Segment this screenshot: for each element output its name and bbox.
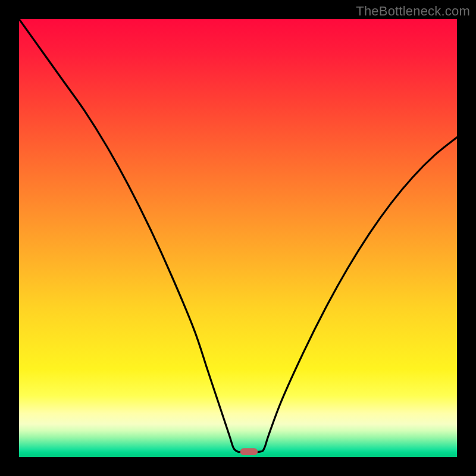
watermark-text: TheBottleneck.com — [356, 4, 470, 19]
chart-frame: TheBottleneck.com — [0, 0, 476, 476]
bottleneck-curve-path — [19, 19, 457, 452]
optimal-point-marker — [240, 448, 258, 455]
plot-area — [19, 19, 457, 457]
chart-svg — [19, 19, 457, 457]
